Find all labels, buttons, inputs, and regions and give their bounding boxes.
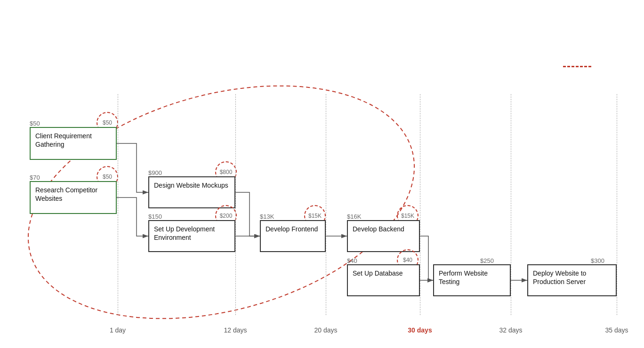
legend: [563, 66, 597, 67]
day-label-20-days: 20 days: [314, 326, 337, 334]
task1: Client Requirement Gathering: [30, 127, 117, 160]
task6: Develop Backend: [347, 220, 420, 252]
day-label-32-days: 32 days: [499, 326, 522, 334]
task9: Deploy Website to Production Server: [527, 264, 617, 296]
task5-actual-cost: $13K: [260, 213, 274, 220]
task8-actual-cost: $250: [480, 257, 494, 264]
legend-line: [563, 66, 591, 67]
task7-actual-cost: $40: [347, 257, 357, 264]
day-line-12-days: [235, 94, 236, 315]
task9-actual-cost: $300: [591, 257, 604, 264]
day-label-35-days: 35 days: [605, 326, 628, 334]
day-line-1-day: [118, 94, 118, 315]
task8: Perform Website Testing: [433, 264, 511, 296]
day-line-32-days: [511, 94, 511, 315]
day-line-30-days: [420, 94, 420, 315]
task6-actual-cost: $16K: [347, 213, 361, 220]
day-label-12-days: 12 days: [224, 326, 247, 334]
task2-actual-cost: $70: [30, 174, 40, 181]
task3: Design Website Mockups: [148, 176, 235, 208]
task1-actual-cost: $50: [30, 120, 40, 127]
task4-actual-cost: $150: [148, 213, 162, 220]
task2: Research Competitor Websites: [30, 181, 117, 214]
task4: Set Up Development Environment: [148, 220, 235, 252]
day-line-35-days: [617, 94, 617, 315]
task5: Develop Frontend: [260, 220, 326, 252]
day-line-20-days: [326, 94, 326, 315]
task3-actual-cost: $900: [148, 169, 162, 176]
day-label-1-day: 1 day: [110, 326, 126, 334]
day-label-30-days: 30 days: [408, 326, 432, 334]
task7: Set Up Database: [347, 264, 420, 296]
